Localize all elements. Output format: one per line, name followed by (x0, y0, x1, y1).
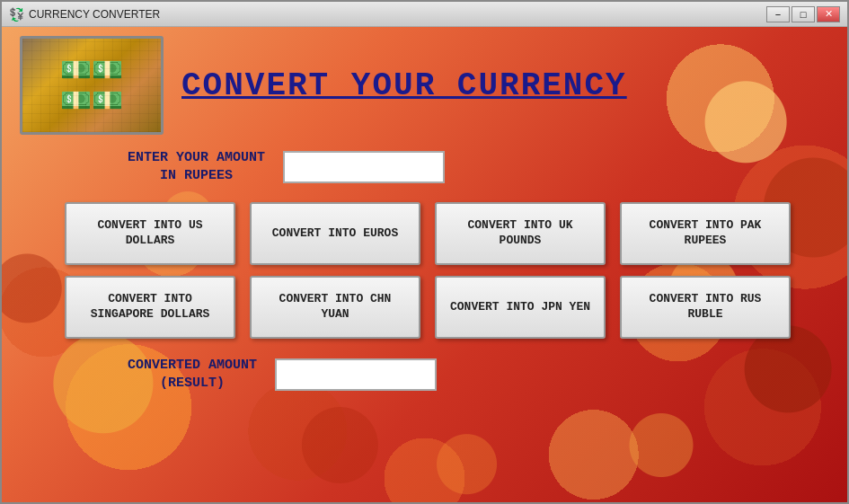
maximize-button[interactable]: □ (792, 6, 815, 22)
amount-input[interactable] (283, 151, 445, 183)
result-input[interactable] (275, 358, 437, 391)
convert-rub-button[interactable]: CONVERT INTO RUSRUBLE (620, 276, 791, 339)
app-icon: 💱 (9, 7, 23, 22)
convert-eur-button[interactable]: CONVERT INTO EUROS (250, 202, 420, 265)
main-content: CONVERT YOUR CURRENCY ENTER YOUR AMOUNT … (2, 27, 847, 502)
header-row: CONVERT YOUR CURRENCY (20, 36, 829, 135)
content-area: CONVERT YOUR CURRENCY ENTER YOUR AMOUNT … (2, 27, 847, 502)
close-button[interactable]: ✕ (817, 6, 840, 22)
buttons-grid: CONVERT INTO USDOLLARS CONVERT INTO EURO… (65, 202, 791, 339)
convert-jpy-button[interactable]: CONVERT INTO JPN YEN (435, 276, 606, 339)
minimize-button[interactable]: − (766, 6, 790, 22)
currency-image (20, 36, 164, 135)
input-label: ENTER YOUR AMOUNT IN RUPEES (128, 149, 265, 184)
convert-usd-button[interactable]: CONVERT INTO USDOLLARS (65, 202, 235, 265)
window-title: CURRENCY CONVERTER (29, 8, 160, 21)
result-section: CONVERTED AMOUNT (RESULT) (128, 357, 437, 392)
convert-gbp-button[interactable]: CONVERT INTO UKPOUNDS (435, 202, 606, 265)
convert-cny-button[interactable]: CONVERT INTO CHNYUAN (250, 276, 420, 339)
convert-pkr-button[interactable]: CONVERT INTO PAKRUPEES (620, 202, 791, 265)
window-frame: 💱 CURRENCY CONVERTER − □ ✕ CONVERT YOUR … (0, 0, 849, 504)
input-section: ENTER YOUR AMOUNT IN RUPEES (128, 149, 445, 184)
window-controls: − □ ✕ (766, 6, 840, 22)
app-title: CONVERT YOUR CURRENCY (181, 67, 627, 104)
result-label: CONVERTED AMOUNT (RESULT) (128, 357, 257, 392)
title-bar-left: 💱 CURRENCY CONVERTER (9, 7, 160, 22)
convert-sgd-button[interactable]: CONVERT INTOSINGAPORE DOLLARS (65, 276, 235, 339)
title-bar: 💱 CURRENCY CONVERTER − □ ✕ (2, 2, 847, 27)
